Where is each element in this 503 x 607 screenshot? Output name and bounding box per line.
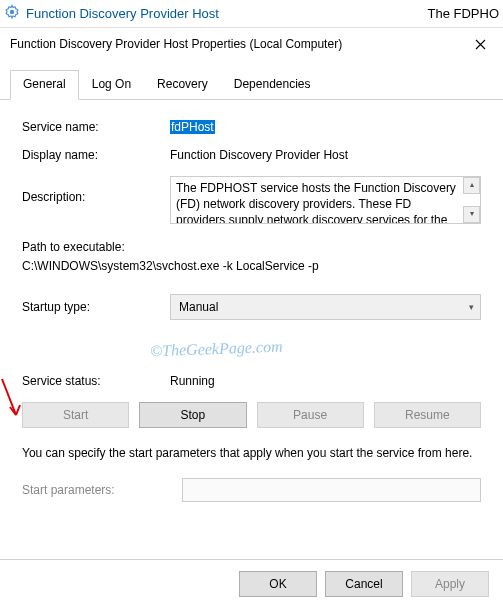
tab-recovery[interactable]: Recovery xyxy=(144,70,221,99)
cancel-button[interactable]: Cancel xyxy=(325,571,403,597)
description-box[interactable]: The FDPHOST service hosts the Function D… xyxy=(170,176,481,224)
description-text: The FDPHOST service hosts the Function D… xyxy=(176,181,456,224)
dialog-footer: OK Cancel Apply xyxy=(0,559,503,607)
start-params-label: Start parameters: xyxy=(22,483,182,497)
startup-type-select[interactable]: Manual ▾ xyxy=(170,294,481,320)
dialog-titlebar: Function Discovery Provider Host Propert… xyxy=(0,28,503,60)
start-params-input[interactable] xyxy=(182,478,481,502)
close-button[interactable] xyxy=(458,29,503,59)
start-params-hint: You can specify the start parameters tha… xyxy=(22,444,481,462)
startup-type-label: Startup type: xyxy=(22,300,170,314)
service-name-value[interactable]: fdPHost xyxy=(170,120,215,134)
resume-button: Resume xyxy=(374,402,481,428)
svg-point-0 xyxy=(10,10,14,14)
path-value: C:\WINDOWS\system32\svchost.exe -k Local… xyxy=(22,257,481,276)
tab-strip: General Log On Recovery Dependencies xyxy=(0,60,503,100)
scroll-up-icon[interactable]: ▴ xyxy=(463,177,480,194)
startup-type-value: Manual xyxy=(179,300,218,314)
gear-icon xyxy=(4,4,26,23)
tab-dependencies[interactable]: Dependencies xyxy=(221,70,324,99)
service-name-label: Service name: xyxy=(22,120,170,134)
description-label: Description: xyxy=(22,176,170,204)
tab-general[interactable]: General xyxy=(10,70,79,100)
scroll-down-icon[interactable]: ▾ xyxy=(463,206,480,223)
app-subtitle: The FDPHO xyxy=(427,6,499,21)
display-name-label: Display name: xyxy=(22,148,170,162)
app-topbar: Function Discovery Provider Host The FDP… xyxy=(0,0,503,28)
pause-button: Pause xyxy=(257,402,364,428)
app-title: Function Discovery Provider Host xyxy=(26,6,427,21)
tab-content: Service name: fdPHost Display name: Func… xyxy=(0,100,503,526)
apply-button: Apply xyxy=(411,571,489,597)
dialog-title: Function Discovery Provider Host Propert… xyxy=(10,37,458,51)
chevron-down-icon: ▾ xyxy=(469,302,474,312)
service-status-label: Service status: xyxy=(22,374,170,388)
ok-button[interactable]: OK xyxy=(239,571,317,597)
tab-logon[interactable]: Log On xyxy=(79,70,144,99)
display-name-value: Function Discovery Provider Host xyxy=(170,148,481,162)
service-status-value: Running xyxy=(170,374,481,388)
start-button: Start xyxy=(22,402,129,428)
path-label: Path to executable: xyxy=(22,238,481,257)
stop-button[interactable]: Stop xyxy=(139,402,246,428)
